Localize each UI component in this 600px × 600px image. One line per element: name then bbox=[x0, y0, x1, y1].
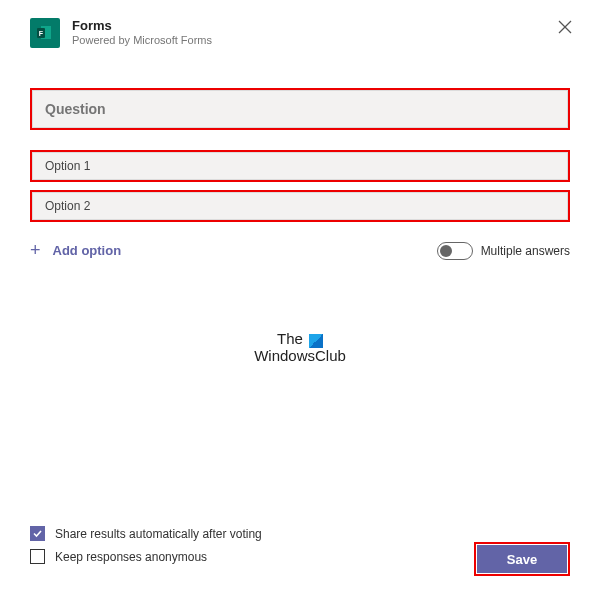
multiple-answers-control: Multiple answers bbox=[437, 242, 570, 260]
plus-icon: + bbox=[30, 240, 41, 261]
option-2-highlight bbox=[30, 190, 570, 222]
save-highlight: Save bbox=[474, 542, 570, 576]
form-content: + Add option Multiple answers The Window… bbox=[30, 88, 570, 364]
anonymous-label: Keep responses anonymous bbox=[55, 550, 207, 564]
watermark-logo: The WindowsClub bbox=[30, 331, 570, 364]
svg-text:F: F bbox=[39, 30, 44, 37]
dialog-footer: Share results automatically after voting… bbox=[30, 526, 570, 572]
share-results-label: Share results automatically after voting bbox=[55, 527, 262, 541]
header-text: Forms Powered by Microsoft Forms bbox=[72, 18, 212, 46]
save-button[interactable]: Save bbox=[477, 545, 567, 573]
question-highlight bbox=[30, 88, 570, 130]
option-1-input[interactable] bbox=[32, 152, 568, 180]
add-option-button[interactable]: + Add option bbox=[30, 240, 121, 261]
close-button[interactable] bbox=[558, 20, 572, 34]
option-2-input[interactable] bbox=[32, 192, 568, 220]
add-option-label: Add option bbox=[53, 243, 122, 258]
multiple-answers-toggle[interactable] bbox=[437, 242, 473, 260]
app-title: Forms bbox=[72, 18, 212, 33]
share-results-checkbox[interactable] bbox=[30, 526, 45, 541]
anonymous-checkbox[interactable] bbox=[30, 549, 45, 564]
dialog-header: F Forms Powered by Microsoft Forms bbox=[30, 18, 570, 48]
option-1-highlight bbox=[30, 150, 570, 182]
watermark-square-icon bbox=[309, 334, 323, 348]
forms-app-icon: F bbox=[30, 18, 60, 48]
multiple-answers-label: Multiple answers bbox=[481, 244, 570, 258]
app-subtitle: Powered by Microsoft Forms bbox=[72, 34, 212, 46]
question-input[interactable] bbox=[32, 90, 568, 128]
